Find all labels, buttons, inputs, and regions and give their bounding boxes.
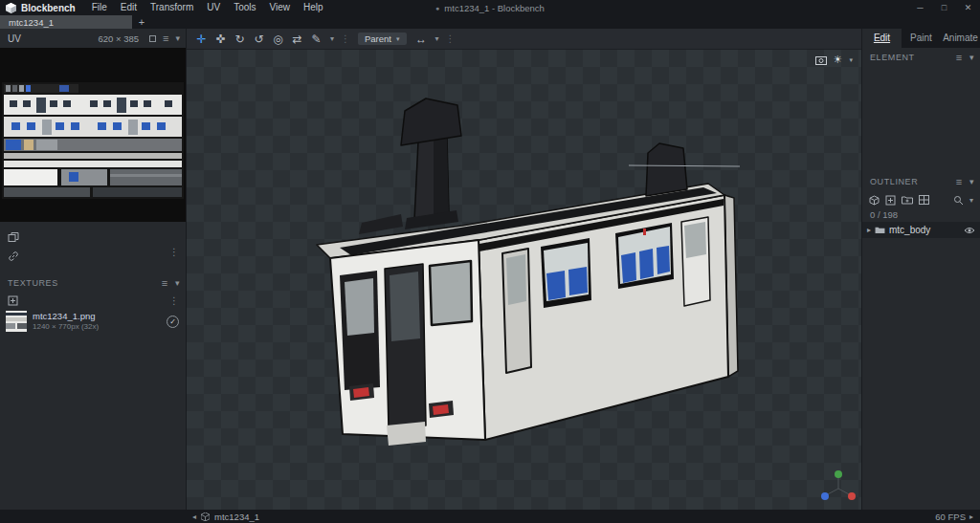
menu-tools[interactable]: Tools [227,0,262,15]
uv-size-label: 620 × 385 [99,33,140,44]
toolbar-divider-icon: ⋮ [339,33,352,44]
texture-toolbar-menu-icon[interactable]: ⋮ [169,295,179,306]
train-model[interactable] [187,50,861,510]
outliner-collapse-icon[interactable]: ▾ [969,177,974,186]
screenshot-icon[interactable] [815,55,827,65]
project-tab[interactable]: mtc1234_1 [0,15,132,29]
outliner-options-caret-icon[interactable]: ▾ [969,196,973,205]
textures-collapse-icon[interactable]: ▾ [175,278,180,288]
vertex-brush-tool-button[interactable]: ✎ [307,29,325,50]
texture-grid-icon[interactable] [919,195,929,205]
outliner-menu-icon[interactable]: ≡ [956,176,963,187]
add-cube-icon[interactable] [885,195,896,206]
scroll-left-icon[interactable]: ◂ [192,512,196,521]
project-cube-icon [201,512,210,521]
project-tab-bar: mtc1234_1 + [0,15,980,29]
texture-toolbar: ⋮ [0,293,186,308]
new-tab-button[interactable]: + [132,15,151,29]
close-button[interactable]: ✕ [956,0,980,15]
right-panel: Edit Paint Animate ELEMENT ≡ ▾ OUTLINER … [861,29,980,510]
textures-header: TEXTURES ≡ ▾ [0,273,186,293]
selection-count: 0 / 198 [862,208,980,222]
texture-name: mtc1234_1.png [33,312,99,322]
texture-meta: 1240 × 770px (32x) [33,322,99,331]
layers-icon[interactable] [8,231,19,243]
textures-menu-icon[interactable]: ≡ [162,277,168,289]
add-group-icon[interactable] [902,195,913,205]
unsaved-indicator-icon: ● [435,5,439,11]
uv-preview-canvas[interactable] [0,48,186,222]
menu-file[interactable]: File [85,0,114,15]
outliner-item-label: mtc_body [889,225,930,235]
project-tab-label: mtc1234_1 [9,17,54,28]
transform-space-dropdown[interactable]: Parent ▾ [358,33,407,45]
app-name: Blockbench [21,3,76,13]
texture-particle-check-icon[interactable]: ✓ [167,316,179,328]
menu-transform[interactable]: Transform [144,0,200,15]
pivot-tool-button[interactable]: ◎ [269,29,287,50]
menu-edit[interactable]: Edit [114,0,144,15]
status-project-name[interactable]: mtc1234_1 [214,512,259,522]
move-tool-button[interactable]: ✜ [212,29,230,50]
transform-space-value: Parent [365,33,391,44]
viewport-tools: ☀ ▾ [815,54,853,66]
tool-dropdown-icon[interactable]: ▾ [326,34,338,43]
shading-toggle-icon[interactable]: ☀ [834,54,843,66]
texture-item[interactable]: mtc1234_1.png 1240 × 770px (32x) ✓ [0,308,186,335]
rotate-ccw-tool-button[interactable]: ↺ [250,29,268,50]
search-icon[interactable] [953,195,964,206]
dropdown-caret-icon: ▾ [396,35,400,43]
side-tools-menu-icon[interactable]: ⋮ [169,247,179,257]
main-toolbar: ✛ ✜ ↻ ↺ ◎ ⇄ ✎ ▾ ⋮ Parent ▾ ↔ ▾ ⋮ [187,29,861,50]
uv-texture-preview [2,82,184,199]
element-collapse-icon[interactable]: ▾ [969,53,974,62]
link-icon[interactable] [8,251,19,262]
fps-counter: 60 FPS [935,512,966,522]
view-gizmo[interactable] [821,470,856,500]
element-menu-icon[interactable]: ≡ [956,52,963,63]
import-texture-icon[interactable] [8,295,18,306]
scroll-right-icon[interactable]: ▸ [969,512,973,521]
minimize-button[interactable]: ─ [908,0,932,15]
texture-thumbnail [6,311,27,332]
outliner-toolbar: ▾ [862,191,980,208]
tab-paint[interactable]: Paint [902,29,941,48]
3d-viewport[interactable]: ☀ ▾ [187,50,861,510]
element-header: ELEMENT ≡ ▾ [862,48,980,67]
outliner-item-mtc-body[interactable]: ▸ mtc_body [862,222,980,238]
expand-icon[interactable] [149,35,156,42]
window-controls: ─ □ ✕ [908,0,980,15]
menu-view[interactable]: View [263,0,298,15]
menu-uv[interactable]: UV [200,0,227,15]
blockbench-window: Blockbench File Edit Transform UV Tools … [0,0,980,523]
status-bar: ◂ mtc1234_1 60 FPS ▸ [0,510,980,523]
blockbench-logo-icon [6,3,16,13]
panel-menu-icon[interactable]: ≡ [163,33,168,44]
rotate-tool-button[interactable]: ↻ [231,29,249,50]
move-gizmo-tool-button[interactable]: ✛ [192,29,211,50]
uv-panel-title: UV [8,33,21,44]
mirror-tool-button[interactable]: ↔ [412,29,431,50]
window-title-text: mtc1234_1 - Blockbench [444,3,545,13]
uv-panel-header: UV 620 × 385 ≡ ▾ [0,29,186,48]
panel-collapse-icon[interactable]: ▾ [175,33,180,43]
viewport-options-caret-icon[interactable]: ▾ [849,56,853,64]
toolbar-divider2-icon: ⋮ [444,33,457,44]
element-header-label: ELEMENT [870,53,915,62]
mode-tabs: Edit Paint Animate [862,29,980,48]
menu-bar: Blockbench File Edit Transform UV Tools … [0,0,980,15]
uv-side-tools: ⋮ [0,222,186,273]
tab-animate[interactable]: Animate [941,29,980,48]
swap-tool-button[interactable]: ⇄ [288,29,306,50]
mirror-dropdown-icon[interactable]: ▾ [432,34,443,43]
textures-header-label: TEXTURES [8,278,58,288]
maximize-button[interactable]: □ [932,0,956,15]
add-mesh-icon[interactable] [869,195,880,206]
expand-toggle-icon[interactable]: ▸ [867,226,871,234]
window-title: ● mtc1234_1 - Blockbench [435,3,545,13]
menu-help[interactable]: Help [297,0,330,15]
tab-edit[interactable]: Edit [862,29,902,48]
center-area: ✛ ✜ ↻ ↺ ◎ ⇄ ✎ ▾ ⋮ Parent ▾ ↔ ▾ ⋮ [187,29,861,510]
visibility-eye-icon[interactable] [964,227,975,234]
outliner-header-label: OUTLINER [870,177,918,186]
